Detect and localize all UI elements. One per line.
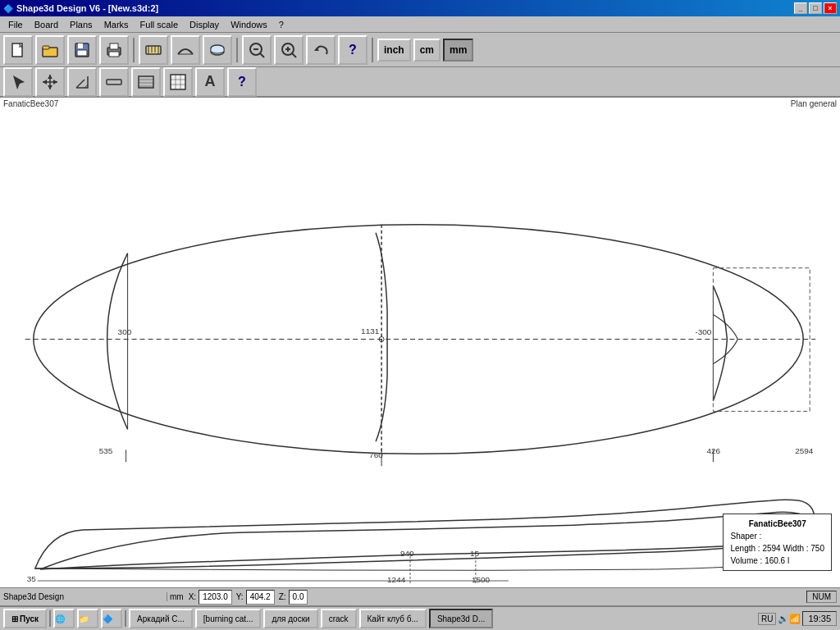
text-button[interactable]: A bbox=[195, 67, 225, 97]
svg-rect-5 bbox=[77, 50, 87, 56]
title-bar-left: 🔷 Shape3d Design V6 - [New.s3d:2] bbox=[3, 3, 158, 13]
quicklaunch-folder[interactable]: 📁 bbox=[77, 609, 98, 628]
save-button[interactable] bbox=[67, 35, 97, 65]
separator2 bbox=[236, 38, 238, 62]
taskbar-crack[interactable]: crack bbox=[321, 609, 357, 628]
taskbar-kite[interactable]: Кайт клуб б... bbox=[359, 609, 427, 628]
info-box: FanaticBee307 Shaper : Length : 2594 Wid… bbox=[723, 514, 832, 571]
taskbar-shape3d[interactable]: Shape3d D... bbox=[429, 609, 493, 628]
canvas-area[interactable]: FanaticBee307 Plan general 300 1131 -300 bbox=[0, 97, 840, 587]
svg-rect-4 bbox=[78, 43, 83, 48]
close-button[interactable]: × bbox=[824, 2, 837, 14]
svg-rect-35 bbox=[171, 75, 185, 89]
pan-button[interactable] bbox=[35, 67, 65, 97]
open-button[interactable] bbox=[35, 35, 65, 65]
print-button[interactable] bbox=[99, 35, 129, 65]
svg-text:35: 35 bbox=[27, 574, 37, 583]
angle-button[interactable] bbox=[67, 67, 97, 97]
taskbar-arkadiy[interactable]: Аркадий С... bbox=[129, 609, 193, 628]
svg-text:1244: 1244 bbox=[387, 575, 406, 584]
info-length: Length : 2594 Width : 750 bbox=[730, 542, 824, 555]
status-z-label: Z: bbox=[276, 592, 289, 601]
separator3 bbox=[372, 38, 373, 62]
help-button[interactable]: ? bbox=[338, 35, 368, 65]
svg-text:300: 300 bbox=[118, 328, 132, 337]
tray-icons: 🔊📶 bbox=[778, 614, 801, 624]
menu-marks[interactable]: Marks bbox=[99, 18, 134, 31]
rocker-button[interactable] bbox=[171, 35, 200, 65]
main-svg[interactable]: 300 1131 -300 535 760 426 2594 35 940 15 bbox=[0, 98, 840, 587]
new-button[interactable] bbox=[3, 35, 33, 65]
taskbar-time: 19:35 bbox=[802, 611, 837, 626]
menu-board[interactable]: Board bbox=[30, 18, 63, 31]
toolbar2: A ? bbox=[0, 67, 840, 97]
undo-button[interactable] bbox=[306, 35, 336, 65]
zoom-out-button[interactable] bbox=[242, 35, 272, 65]
title-bar-controls[interactable]: _ □ × bbox=[794, 2, 837, 14]
line-button[interactable] bbox=[99, 67, 129, 97]
unit-inch-button[interactable]: inch bbox=[377, 39, 411, 62]
menu-bar: File Board Plans Marks Full scale Displa… bbox=[0, 16, 840, 33]
status-z-value: 0.0 bbox=[289, 590, 308, 605]
quicklaunch-app[interactable]: 🔷 bbox=[101, 609, 122, 628]
taskbar-burning[interactable]: [burning cat... bbox=[195, 609, 262, 628]
svg-marker-27 bbox=[48, 85, 52, 89]
menu-plans[interactable]: Plans bbox=[65, 18, 98, 31]
svg-marker-26 bbox=[48, 75, 52, 79]
start-button[interactable]: ⊞ Пуск bbox=[3, 609, 47, 628]
svg-line-23 bbox=[292, 53, 296, 57]
taskbar-dlyados[interactable]: для доски bbox=[263, 609, 317, 628]
info-board-name: FanaticBee307 bbox=[730, 518, 824, 530]
tray-lang: RU bbox=[758, 613, 776, 625]
arrow-button[interactable] bbox=[3, 67, 33, 97]
svg-text:15: 15 bbox=[470, 549, 480, 558]
quicklaunch-ie[interactable]: 🌐 bbox=[53, 609, 75, 628]
info-volume: Volume : 160.6 l bbox=[730, 555, 824, 567]
status-app-name: Shape3d Design bbox=[3, 592, 167, 601]
svg-text:1131: 1131 bbox=[361, 326, 380, 336]
unit-mm-button[interactable]: mm bbox=[443, 39, 473, 62]
svg-text:535: 535 bbox=[99, 446, 113, 455]
status-x-label: X: bbox=[186, 592, 199, 601]
status-y-label: Y: bbox=[234, 592, 246, 601]
info-shaper: Shaper : bbox=[730, 530, 824, 542]
svg-text:940: 940 bbox=[400, 549, 414, 558]
grid-button[interactable] bbox=[163, 67, 193, 97]
svg-marker-29 bbox=[53, 80, 57, 84]
status-unit-label: mm bbox=[167, 592, 186, 601]
measure-button[interactable] bbox=[139, 35, 168, 65]
restore-button[interactable]: □ bbox=[809, 2, 822, 14]
svg-rect-2 bbox=[43, 46, 49, 49]
windows-icon: ⊞ bbox=[11, 614, 18, 623]
start-label: Пуск bbox=[20, 614, 39, 623]
menu-help[interactable]: ? bbox=[274, 18, 289, 31]
menu-file[interactable]: File bbox=[3, 18, 28, 31]
toolbar1: ? inch cm mm bbox=[0, 33, 840, 67]
taskbar-sep2 bbox=[125, 610, 126, 627]
menu-windows[interactable]: Windows bbox=[226, 18, 272, 31]
hatch-button[interactable] bbox=[131, 67, 161, 97]
svg-text:426: 426 bbox=[706, 446, 720, 455]
status-x-value: 1203.0 bbox=[199, 590, 232, 605]
status-bar: Shape3d Design mm X: 1203.0 Y: 404.2 Z: … bbox=[0, 587, 840, 605]
3d-button[interactable] bbox=[203, 35, 232, 65]
zoom-in-button[interactable] bbox=[274, 35, 304, 65]
question-button[interactable]: ? bbox=[227, 67, 257, 97]
status-y-value: 404.2 bbox=[246, 590, 275, 605]
minimize-button[interactable]: _ bbox=[794, 2, 807, 14]
svg-rect-7 bbox=[110, 43, 118, 49]
status-coords: mm X: 1203.0 Y: 404.2 Z: 0.0 NUM bbox=[167, 590, 837, 605]
svg-marker-28 bbox=[43, 80, 47, 84]
unit-cm-button[interactable]: cm bbox=[413, 39, 441, 62]
svg-rect-8 bbox=[109, 52, 119, 57]
svg-line-19 bbox=[260, 53, 264, 57]
app-icon: 🔷 bbox=[3, 4, 13, 13]
window-title: Shape3d Design V6 - [New.s3d:2] bbox=[16, 3, 158, 13]
svg-rect-30 bbox=[107, 80, 121, 84]
title-bar: 🔷 Shape3d Design V6 - [New.s3d:2] _ □ × bbox=[0, 0, 840, 16]
taskbar-sep1 bbox=[49, 610, 51, 627]
num-indicator: NUM bbox=[806, 591, 837, 603]
menu-display[interactable]: Display bbox=[185, 18, 224, 31]
menu-fullscale[interactable]: Full scale bbox=[135, 18, 183, 31]
svg-text:-300: -300 bbox=[695, 328, 711, 337]
